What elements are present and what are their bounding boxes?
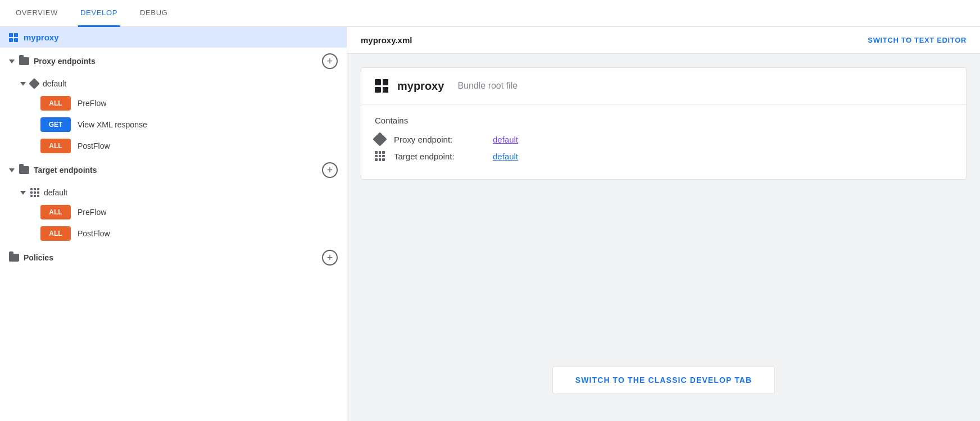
main-layout: myproxy Proxy endpoints + default ALL Pr…: [0, 27, 980, 421]
target-preflow-badge[interactable]: ALL: [40, 205, 71, 219]
target-endpoint-icon: [375, 151, 385, 161]
bundle-title: myproxy: [397, 80, 444, 93]
top-nav: OVERVIEW DEVELOP DEBUG: [0, 0, 980, 27]
proxy-name-label: myproxy: [24, 33, 59, 42]
proxy-endpoint-icon: [373, 132, 387, 146]
proxy-postflow-label: PostFlow: [78, 141, 110, 150]
target-endpoint-label: Target endpoint:: [394, 152, 484, 161]
target-endpoints-section[interactable]: Target endpoints +: [0, 157, 347, 184]
target-default-label: default: [44, 188, 67, 197]
add-target-endpoint-button[interactable]: +: [322, 162, 338, 178]
target-endpoints-label: Target endpoints: [34, 166, 97, 175]
add-policy-button[interactable]: +: [322, 250, 338, 266]
proxy-default-label: default: [43, 79, 66, 88]
tab-overview[interactable]: OVERVIEW: [13, 0, 60, 27]
proxy-postflow-item[interactable]: ALL PostFlow: [0, 135, 347, 157]
target-endpoint-link[interactable]: default: [493, 152, 518, 161]
target-postflow-badge[interactable]: ALL: [40, 226, 71, 241]
target-postflow-label: PostFlow: [78, 229, 110, 238]
proxy-default-arrow: [20, 82, 26, 86]
bundle-card-body: Contains Proxy endpoint: default: [361, 104, 966, 179]
add-proxy-endpoint-button[interactable]: +: [322, 53, 338, 69]
proxy-endpoint-link[interactable]: default: [493, 135, 518, 144]
target-default-item[interactable]: default: [0, 184, 347, 202]
proxy-get-badge[interactable]: GET: [40, 117, 71, 132]
tab-develop[interactable]: DEVELOP: [78, 0, 120, 27]
proxy-default-diamond-icon: [29, 78, 40, 89]
target-preflow-item[interactable]: ALL PreFlow: [0, 202, 347, 223]
right-panel: myproxy.xml SWITCH TO TEXT EDITOR myprox…: [347, 27, 980, 421]
proxy-preflow-item[interactable]: ALL PreFlow: [0, 93, 347, 114]
policies-label: Policies: [24, 253, 53, 262]
target-default-grid-icon: [30, 188, 39, 197]
proxy-endpoints-section[interactable]: Proxy endpoints +: [0, 48, 347, 75]
proxy-endpoint-row: Proxy endpoint: default: [375, 134, 952, 144]
contains-label: Contains: [375, 116, 952, 125]
proxy-default-item[interactable]: default: [0, 75, 347, 93]
proxy-preflow-label: PreFlow: [78, 99, 106, 108]
proxy-get-flow-item[interactable]: GET View XML response: [0, 114, 347, 135]
target-endpoints-folder-icon: [19, 166, 29, 174]
policies-folder-icon: [9, 254, 19, 262]
bundle-card: myproxy Bundle root file Contains Proxy …: [361, 67, 967, 180]
switch-classic-develop-tab-button[interactable]: SWITCH TO THE CLASSIC DEVELOP TAB: [552, 366, 775, 394]
proxy-endpoints-label: Proxy endpoints: [34, 57, 96, 66]
target-default-arrow: [20, 191, 26, 195]
bundle-card-header: myproxy Bundle root file: [361, 68, 966, 104]
target-endpoints-arrow: [9, 168, 15, 172]
proxy-preflow-badge[interactable]: ALL: [40, 96, 71, 111]
proxy-endpoints-folder-icon: [19, 57, 29, 65]
proxy-view-xml-label: View XML response: [78, 120, 147, 129]
bundle-subtitle: Bundle root file: [457, 81, 518, 91]
tab-debug[interactable]: DEBUG: [138, 0, 170, 27]
proxy-endpoints-arrow: [9, 60, 15, 63]
sidebar-item-myproxy[interactable]: myproxy: [0, 27, 347, 48]
right-panel-content: myproxy Bundle root file Contains Proxy …: [347, 54, 980, 421]
switch-to-text-editor-button[interactable]: SWITCH TO TEXT EDITOR: [868, 36, 967, 44]
target-preflow-label: PreFlow: [78, 208, 106, 217]
policies-section[interactable]: Policies +: [0, 244, 347, 271]
target-endpoint-row: Target endpoint: default: [375, 151, 952, 161]
proxy-endpoint-label: Proxy endpoint:: [394, 135, 484, 144]
right-panel-header: myproxy.xml SWITCH TO TEXT EDITOR: [347, 27, 980, 54]
proxy-postflow-badge[interactable]: ALL: [40, 139, 71, 153]
bundle-icon: [375, 79, 388, 93]
target-postflow-item[interactable]: ALL PostFlow: [0, 223, 347, 244]
file-name: myproxy.xml: [361, 35, 412, 45]
proxy-icon: [9, 33, 18, 42]
sidebar: myproxy Proxy endpoints + default ALL Pr…: [0, 27, 347, 421]
